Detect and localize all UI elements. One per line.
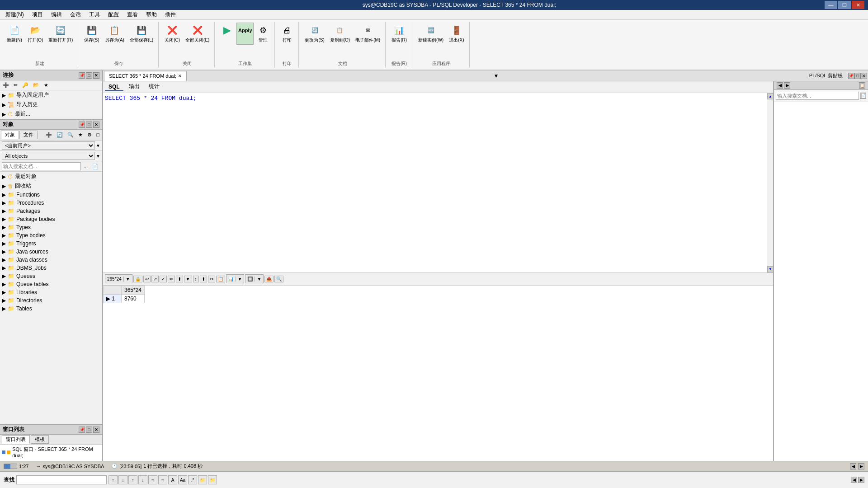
tree-java-sources[interactable]: ▶ 📁 Java sources	[0, 248, 102, 256]
menu-tools[interactable]: 工具	[85, 10, 104, 19]
obj-panel-close[interactable]: ✕	[93, 122, 99, 128]
manage-button[interactable]: ⚙ 管理	[255, 23, 272, 45]
tree-queue-tables[interactable]: ▶ 📁 Queue tables	[0, 280, 102, 288]
find-up-icon[interactable]: ↑	[108, 475, 118, 484]
reopen-button[interactable]: 🔄 重新打开(R)	[46, 23, 75, 45]
restore-button[interactable]: ❐	[838, 1, 851, 9]
grid-check-btn[interactable]: ✓	[160, 276, 167, 282]
closeall-button[interactable]: ❌ 全部关闭(E)	[183, 23, 212, 45]
run-button[interactable]: ▶	[218, 23, 236, 45]
tree-directories[interactable]: ▶ 📁 Directories	[0, 296, 102, 305]
grid-dropdown-1[interactable]: 265*24 ▼	[105, 274, 132, 283]
saveall-button[interactable]: 💾 全部保存(L)	[127, 23, 156, 45]
tree-procedures[interactable]: ▶ 📁 Procedures	[0, 199, 102, 207]
tree-recent-objects[interactable]: ▶ ⏱ 最近对象	[0, 172, 102, 181]
email-button[interactable]: ✉ 电子邮件(M)	[353, 23, 382, 45]
win-item-sql[interactable]: SQL 窗口 - SELECT 365 * 24 FROM dual;	[1, 446, 101, 459]
find-folder-icon[interactable]: 📁	[198, 475, 207, 484]
find-regex-icon[interactable]: .*	[188, 475, 197, 484]
conn-edit-btn[interactable]: ✏	[12, 81, 19, 89]
clipboard-new-btn[interactable]: 📄	[860, 93, 866, 99]
editor-scrollbar[interactable]: ▲ ▼	[767, 93, 773, 272]
exit-button[interactable]: 🚪 退出(X)	[447, 23, 466, 45]
grid-export-btn[interactable]: 📤	[264, 276, 274, 282]
close-doc-button[interactable]: ❌ 关闭(C)	[162, 23, 182, 45]
findbar-pin[interactable]: ◀	[851, 477, 857, 483]
winlist-tab-list[interactable]: 窗口列表	[2, 435, 30, 444]
tree-libraries[interactable]: ▶ 📁 Libraries	[0, 288, 102, 296]
grid-dropdown-2[interactable]: 📊 ▼	[226, 274, 245, 283]
tree-types[interactable]: ▶ 📁 Types	[0, 223, 102, 231]
user-dropdown-arrow[interactable]: ▼	[96, 143, 100, 148]
grid-dropdown-3[interactable]: 🔲 ▼	[245, 274, 264, 283]
apply-button[interactable]: Apply	[236, 23, 254, 45]
grid-lock-btn[interactable]: 🔒	[133, 276, 142, 282]
findbar-expand[interactable]: ▶	[858, 477, 864, 483]
grid-redo-btn[interactable]: ↗	[151, 276, 159, 282]
sql-tab-sql[interactable]: SQL	[105, 83, 123, 91]
copy-button[interactable]: 📋 复制到(O)	[328, 23, 352, 45]
type-dropdown[interactable]: All objects	[2, 152, 95, 160]
menu-edit[interactable]: 编辑	[47, 10, 66, 19]
conn-panel-btn1[interactable]: 📌	[79, 72, 85, 79]
grid-dropdown-arrow[interactable]: ▼	[123, 277, 132, 282]
report-button[interactable]: 📊 报告(R)	[389, 23, 409, 45]
right-panel-close[interactable]: ✕	[861, 73, 867, 79]
conn-tree-import-history[interactable]: ▶ 📜 导入历史	[0, 100, 102, 109]
clipboard-next-btn[interactable]: ▶	[784, 82, 790, 89]
conn-tree-import-users[interactable]: ▶ 📁 导入固定用户	[0, 90, 102, 100]
grid-expand-btn[interactable]: ↕	[193, 276, 199, 282]
grid-paste-btn[interactable]: 📋	[216, 276, 225, 282]
grid-up-btn[interactable]: ⬆	[176, 276, 183, 282]
menu-project[interactable]: 项目	[28, 10, 47, 19]
find-up2-icon[interactable]: ↑	[128, 475, 137, 484]
tree-functions[interactable]: ▶ 📁 Functions	[0, 191, 102, 199]
obj-cog-btn[interactable]: ⚙	[85, 131, 94, 139]
conn-tree-recent[interactable]: ▶ ⏱ 最近...	[0, 109, 102, 119]
user-dropdown[interactable]: <当前用户>	[2, 141, 95, 150]
winlist-close[interactable]: ✕	[93, 427, 99, 433]
editor-tab-close[interactable]: ✕	[178, 74, 182, 78]
tree-tables[interactable]: ▶ 📁 Tables	[0, 305, 102, 313]
menu-config[interactable]: 配置	[104, 10, 123, 19]
conn-star-btn[interactable]: ★	[42, 81, 50, 89]
grid-down-btn[interactable]: ▼	[184, 276, 192, 282]
find-aa-icon[interactable]: A	[168, 475, 177, 484]
status-expand-btn[interactable]: ▶	[858, 463, 864, 469]
find-input[interactable]	[16, 475, 107, 484]
search-more-btn[interactable]: ...	[82, 163, 90, 170]
save-button[interactable]: 💾 保存(S)	[82, 23, 101, 45]
tab-dropdown[interactable]: ▼	[491, 73, 500, 79]
tree-dbms-jobs[interactable]: ▶ 📁 DBMS_Jobs	[0, 264, 102, 272]
search-new-btn[interactable]: 📄	[90, 163, 100, 170]
conn-folder-btn[interactable]: 📂	[31, 81, 41, 89]
new-button[interactable]: 📄 新建(N)	[5, 23, 24, 45]
tree-queues[interactable]: ▶ 📁 Queues	[0, 272, 102, 280]
obj-refresh-btn[interactable]: 🔄	[55, 131, 65, 139]
obj-add-btn[interactable]: ➕	[44, 131, 54, 139]
sql-tab-output[interactable]: 输出	[125, 82, 143, 92]
saveas-button[interactable]: 📋 另存为(A)	[103, 23, 127, 45]
grid-top-btn[interactable]: ⬆	[200, 276, 207, 282]
menu-help[interactable]: 帮助	[142, 10, 160, 19]
type-dropdown-arrow[interactable]: ▼	[96, 154, 100, 159]
print-button[interactable]: 🖨 打印	[278, 23, 296, 45]
tree-java-classes[interactable]: ▶ 📁 Java classes	[0, 256, 102, 264]
tree-recycle-bin[interactable]: ▶ 🗑 回收站	[0, 181, 102, 191]
scroll-up-arrow[interactable]: ▲	[767, 93, 774, 99]
editor-tab-sql[interactable]: SELECT 365 * 24 FROM dual; ✕	[104, 71, 187, 81]
find-down-icon[interactable]: ↓	[118, 475, 127, 484]
menu-view[interactable]: 查看	[123, 10, 142, 19]
obj-tab-objects[interactable]: 对象	[1, 131, 19, 139]
status-pin-btn[interactable]: ◀	[850, 463, 856, 469]
winlist-pin[interactable]: 📌	[79, 427, 85, 433]
conn-panel-btn2[interactable]: □	[86, 72, 92, 79]
new-instance-button[interactable]: 🆕 新建实例(W)	[416, 23, 446, 45]
obj-panel-pin[interactable]: 📌	[79, 122, 85, 128]
clipboard-paste-btn[interactable]: 📋	[859, 82, 865, 89]
grid-undo-btn[interactable]: ↩	[143, 276, 151, 282]
find-list2-icon[interactable]: ≡	[158, 475, 167, 484]
conn-panel-close[interactable]: ✕	[93, 72, 99, 79]
menu-session[interactable]: 会话	[66, 10, 85, 19]
obj-panel-min[interactable]: □	[86, 122, 92, 128]
